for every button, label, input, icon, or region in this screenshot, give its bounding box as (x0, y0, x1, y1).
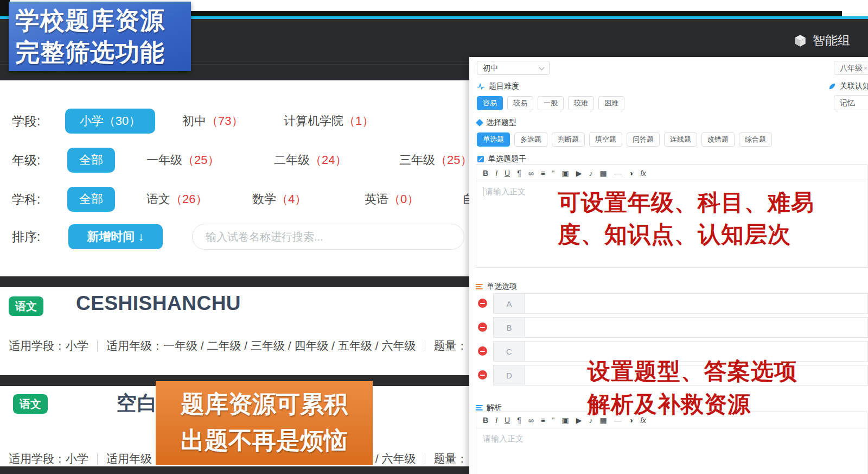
type-correct[interactable]: 改错题 (701, 132, 735, 147)
subject-option-chinese[interactable]: 语文（26） (146, 187, 207, 212)
toolbar-link-icon[interactable]: ∞ (528, 169, 534, 178)
difficulty-normal[interactable]: 一般 (538, 96, 564, 110)
meta-divider (425, 453, 425, 464)
close-icon[interactable]: × (864, 65, 867, 72)
type-match[interactable]: 连线题 (664, 132, 697, 147)
remove-option-button[interactable] (478, 370, 487, 380)
stage-active-pill[interactable]: 小学（30） (65, 109, 155, 134)
toolbar-underline-icon[interactable]: U (505, 416, 510, 425)
option-key: D (494, 365, 525, 385)
chevron-down-icon (539, 65, 545, 71)
analysis-editor-body[interactable]: 请输入正文 (476, 428, 867, 450)
toolbar-italic-icon[interactable]: I (495, 416, 497, 425)
type-multi-choice[interactable]: 多选题 (514, 132, 547, 147)
stage-select[interactable]: 初中 (477, 61, 550, 75)
paper-grades: 适用年级：一年级 / 二年级 / 三年级 / 四年级 / 五年级 / 六年级 (106, 339, 416, 352)
toolbar-list-icon[interactable]: ≡ (541, 169, 545, 178)
toolbar-image-icon[interactable]: ▣ (562, 416, 569, 425)
toolbar-bold-icon[interactable]: B (483, 416, 488, 425)
toolbar-italic-icon[interactable]: I (495, 169, 497, 178)
toolbar-indent-icon[interactable]: ¶ (517, 169, 521, 178)
paper-stage: 适用学段：小学 (9, 452, 88, 465)
leaf-icon (828, 83, 836, 90)
difficulty-hard[interactable]: 困难 (598, 96, 624, 110)
grade-option-3[interactable]: 三年级（25） (399, 148, 472, 173)
type-single-choice[interactable]: 单选题 (477, 132, 510, 147)
cube-icon (793, 34, 807, 48)
annotation-note-answers: 设置题型、答案选项 解析及补救资源 (588, 355, 797, 421)
rich-text-toolbar: BIU¶∞≡“▣▶♪▦—◑fx (476, 165, 867, 181)
toolbar-list-icon[interactable]: ≡ (541, 416, 545, 425)
diamond-icon (476, 119, 483, 127)
remove-option-button[interactable] (478, 323, 487, 332)
option-input[interactable] (525, 294, 867, 313)
subject-option-math[interactable]: 数学（4） (252, 187, 307, 212)
toolbar-quote-icon[interactable]: “ (552, 416, 555, 425)
stage-option-computer-college-count: （1） (343, 114, 374, 128)
paper-title[interactable]: CESHISHANCHU (76, 292, 241, 315)
type-fill-blank[interactable]: 填空题 (589, 132, 622, 147)
paper-count: 题量： (434, 339, 468, 352)
remove-option-button[interactable] (478, 346, 487, 356)
promo-banner-orange: 题库资源可累积 出题不再是烦恼 (156, 381, 373, 465)
toolbar-audio-icon[interactable]: ♪ (589, 169, 593, 178)
cognition-value-box[interactable]: 记忆 (834, 95, 868, 110)
subject-badge: 语文 (13, 394, 48, 414)
difficulty-easy[interactable]: 容易 (477, 96, 503, 110)
toolbar-table-icon[interactable]: ▦ (600, 169, 607, 178)
stage-option-junior[interactable]: 初中（73） (182, 109, 243, 134)
option-input[interactable] (525, 318, 867, 337)
toolbar-indent-icon[interactable]: ¶ (517, 416, 521, 425)
toolbar-video-icon[interactable]: ▶ (576, 169, 582, 178)
meta-divider (425, 340, 425, 351)
difficulty-easier[interactable]: 较易 (507, 96, 533, 110)
toolbar-link-icon[interactable]: ∞ (528, 416, 534, 425)
activity-icon (477, 83, 485, 91)
grade-option-2[interactable]: 二年级（24） (274, 148, 347, 173)
screen: 智能组 学段: 小学（30） 初中（73） 计算机学院（1） 年级: 全部 一年… (0, 0, 868, 474)
question-type-label: 选择题型 (477, 118, 516, 128)
stage-filter-label: 学段: (12, 109, 40, 134)
meta-divider (97, 453, 98, 464)
grade-option-1[interactable]: 一年级（25） (146, 148, 219, 173)
smart-assemble-label: 智能组 (813, 32, 850, 49)
remove-option-button[interactable] (478, 299, 487, 308)
toolbar-bold-icon[interactable]: B (483, 169, 488, 178)
toolbar-underline-icon[interactable]: U (505, 169, 510, 178)
cognition-label: 关联认知 (828, 81, 868, 91)
subject-active-pill[interactable]: 全部 (67, 187, 115, 212)
text-caret (483, 187, 483, 196)
sort-filter-label: 排序: (12, 224, 40, 249)
toolbar-hr-icon[interactable]: — (614, 169, 622, 178)
grade-tag[interactable]: 八年级× (834, 61, 868, 75)
stem-label: 单选题题干 (477, 154, 526, 164)
type-qa[interactable]: 问答题 (627, 132, 660, 147)
paper-meta: 适用学段：小学适用年级：一年级 / 二年级 / 三年级 / 四年级 / 五年级 … (9, 337, 468, 355)
question-editor-panel: 初中 八年级× 题目难度 关联认知 容易 较易 一般 较难 困难 记忆 选择题型… (469, 57, 868, 474)
lines-icon (476, 405, 483, 411)
toolbar-formula-icon[interactable]: fx (640, 169, 646, 178)
stem-placeholder: 请输入正文 (485, 187, 526, 196)
difficulty-label: 题目难度 (477, 81, 519, 91)
toolbar-quote-icon[interactable]: “ (552, 169, 555, 178)
question-type-options: 单选题 多选题 判断题 填空题 问答题 连线题 改错题 综合题 (477, 132, 772, 147)
list-divider-bar (0, 276, 471, 287)
difficulty-harder[interactable]: 较难 (568, 96, 594, 110)
type-judge[interactable]: 判断题 (552, 132, 585, 147)
subject-filter-label: 学科: (12, 187, 40, 212)
difficulty-options: 容易 较易 一般 较难 困难 (477, 96, 624, 110)
list-icon (476, 284, 483, 290)
sort-by-time-button[interactable]: 新增时间 ↓ (68, 224, 163, 249)
options-label: 单选选项 (476, 282, 517, 292)
search-input[interactable] (192, 224, 464, 250)
type-composite[interactable]: 综合题 (739, 132, 772, 147)
smart-assemble-button[interactable]: 智能组 (793, 32, 850, 49)
toolbar-image-icon[interactable]: ▣ (562, 169, 569, 178)
analysis-editor: BIU¶∞≡“▣▶♪▦—◑fx 请输入正文 (476, 412, 867, 474)
grade-active-pill[interactable]: 全部 (67, 148, 115, 173)
subject-option-english[interactable]: 英语（0） (365, 187, 419, 212)
option-row: B (493, 317, 868, 338)
toolbar-color-icon[interactable]: ◑ (629, 169, 633, 178)
toolbar-video-icon[interactable]: ▶ (576, 416, 582, 425)
stage-option-computer-college[interactable]: 计算机学院（1） (284, 109, 374, 134)
